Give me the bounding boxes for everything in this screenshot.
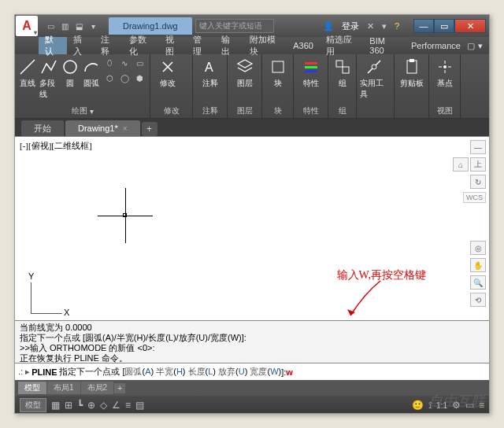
layout-model[interactable]: 模型 [18, 382, 46, 394]
annotation-arrow [341, 278, 388, 322]
transparency-icon[interactable]: ▤ [135, 400, 144, 411]
search-input[interactable]: 键入关键字或短语 [195, 19, 274, 33]
tab-default[interactable]: 默认 [39, 37, 67, 54]
nav-tools: — ⌂上 ↻ WCS ◎ ✋ 🔍 ⟲ [453, 140, 486, 307]
properties-button[interactable]: 特性 [297, 56, 324, 90]
layout-add-button[interactable]: + [114, 383, 125, 393]
navbar-orbit-icon[interactable]: ⟲ [470, 293, 486, 307]
polyline-button[interactable]: 多段线 [39, 56, 59, 101]
draw-flyout[interactable]: ⬯∿▭⬡◯⬢ [102, 56, 146, 85]
command-history[interactable]: 当前线宽为 0.0000 指定下一个点或 [圆弧(A)/半宽(H)/长度(L)/… [15, 320, 489, 363]
command-options: 圆弧(A) 半宽(H) 长度(L) 放弃(U) 宽度(W) [124, 366, 281, 378]
ortho-icon[interactable]: ┗ [77, 400, 83, 411]
tab-insert[interactable]: 插入 [67, 37, 95, 54]
status-menu-icon[interactable]: ≡ [479, 400, 484, 411]
tab-start[interactable]: 开始 [21, 120, 64, 136]
tab-output[interactable]: 输出 [215, 37, 243, 54]
status-scale[interactable]: 1:1 [436, 401, 447, 410]
panel-clip-title [398, 105, 425, 116]
help-icon[interactable]: ? [395, 21, 399, 31]
wcs-label[interactable]: WCS [463, 192, 486, 203]
panel-modify-title: 修改 [154, 105, 189, 116]
help-dropdown-icon[interactable]: ▾ [382, 21, 387, 31]
basepoint-button[interactable]: 基点 [432, 56, 457, 90]
utilities-button[interactable]: 实用工具 [360, 56, 388, 101]
svg-rect-8 [343, 67, 349, 73]
svg-rect-6 [305, 70, 317, 72]
tab-view[interactable]: 视图 [159, 37, 187, 54]
ribbon-help-icon[interactable]: ▾ [478, 41, 483, 51]
block-button[interactable]: 块 [265, 56, 290, 90]
qat-dropdown-icon[interactable]: ▾ [87, 20, 99, 32]
tab-manage[interactable]: 管理 [187, 37, 215, 54]
status-gear-icon[interactable]: ⚙ [452, 400, 461, 411]
tab-drawing1[interactable]: Drawing1*× [65, 120, 140, 136]
status-model-button[interactable]: 模型 [20, 398, 46, 412]
viewcube-home-icon[interactable]: ⌂ [453, 157, 469, 172]
layout-tabs: 模型 布局1 布局2 + [15, 380, 489, 396]
status-scale-icon[interactable]: ⟟ [428, 400, 432, 411]
viewcube-top-icon[interactable]: 上 [470, 157, 486, 172]
clipboard-button[interactable]: 剪贴板 [398, 56, 425, 90]
nav-min-icon[interactable]: — [470, 140, 486, 154]
chevron-down-icon[interactable]: ▾ [90, 107, 94, 116]
lineweight-icon[interactable]: ≡ [125, 400, 131, 411]
tab-annotate[interactable]: 注释 [94, 37, 123, 54]
navbar-zoom-icon[interactable]: 🔍 [470, 275, 486, 290]
navbar-pan-icon[interactable]: ✋ [470, 258, 486, 272]
svg-rect-3 [272, 61, 284, 72]
ribbon-tabs: 默认 插入 注释 参数化 视图 管理 输出 附加模块 A360 精选应用 BIM… [15, 37, 489, 54]
tab-parametric[interactable]: 参数化 [123, 37, 159, 54]
annotation-button[interactable]: A注释 [196, 56, 224, 90]
circle-button[interactable]: 圆 [61, 56, 80, 90]
drawing-viewport[interactable]: [-][俯视][二维线框] YX — ⌂上 ↻ WCS ◎ ✋ 🔍 ⟲ 输入W,… [15, 136, 489, 320]
qat-new-icon[interactable]: ▭ [44, 20, 57, 32]
command-prompt-icon: .: ▸ [18, 367, 30, 377]
minimize-button[interactable]: — [413, 19, 434, 33]
quick-access-toolbar: ▭ ▥ ⬓ ▾ [44, 20, 99, 32]
polar-icon[interactable]: ⊕ [87, 400, 95, 411]
arc-button[interactable]: 圆弧 [81, 56, 101, 90]
command-line[interactable]: .: ▸ PLINE 指定下一个点或 [ 圆弧(A) 半宽(H) 长度(L) 放… [15, 363, 489, 380]
ribbon-min-icon[interactable]: ▢ [467, 41, 475, 51]
layers-button[interactable]: 图层 [231, 56, 258, 90]
modify-button[interactable]: 修改 [154, 56, 182, 90]
panel-props-title: 特性 [297, 105, 324, 116]
tab-bim360[interactable]: BIM 360 [363, 37, 405, 54]
tab-a360[interactable]: A360 [287, 37, 320, 54]
tab-performance[interactable]: Performance [405, 37, 467, 54]
status-max-icon[interactable]: ▭ [465, 400, 474, 411]
annotation-text: 输入W,再按空格键 [337, 268, 426, 282]
signin-icon[interactable]: 👤 [323, 21, 334, 31]
navbar-wheel-icon[interactable]: ◎ [470, 241, 486, 255]
otrack-icon[interactable]: ∠ [112, 400, 120, 411]
layout-2[interactable]: 布局2 [81, 382, 114, 394]
close-tab-icon[interactable]: × [123, 124, 128, 133]
svg-rect-11 [410, 59, 414, 62]
layout-1[interactable]: 布局1 [47, 382, 80, 394]
svg-point-9 [372, 65, 376, 69]
viewcube-rotate-icon[interactable]: ↻ [470, 175, 486, 189]
command-input-value: w [286, 367, 293, 377]
app-logo[interactable]: A▾ [16, 16, 38, 36]
close-button[interactable]: ✕ [454, 19, 486, 33]
qat-save-icon[interactable]: ⬓ [72, 20, 85, 32]
osnap-icon[interactable]: ◇ [100, 400, 107, 411]
maximize-button[interactable]: ▭ [434, 19, 454, 33]
new-tab-button[interactable]: + [142, 122, 158, 136]
status-person-icon[interactable]: 🙂 [412, 400, 424, 411]
group-button[interactable]: 组 [332, 56, 353, 90]
qat-open-icon[interactable]: ▥ [58, 20, 71, 32]
svg-rect-4 [305, 62, 317, 65]
svg-text:A: A [205, 61, 213, 74]
tab-featured[interactable]: 精选应用 [320, 37, 363, 54]
signin-label[interactable]: 登录 [342, 20, 359, 32]
line-button[interactable]: 直线 [18, 56, 38, 90]
viewport-label[interactable]: [-][俯视][二维线框] [20, 140, 92, 152]
snap-icon[interactable]: ⊞ [65, 400, 72, 411]
tab-addins[interactable]: 附加模块 [243, 37, 287, 54]
exchange-icon[interactable]: ✕ [367, 21, 374, 31]
panel-group-title: 组 [332, 105, 353, 116]
grid-icon[interactable]: ▦ [51, 400, 60, 411]
document-tabs: 开始 Drawing1*× + [15, 119, 489, 136]
